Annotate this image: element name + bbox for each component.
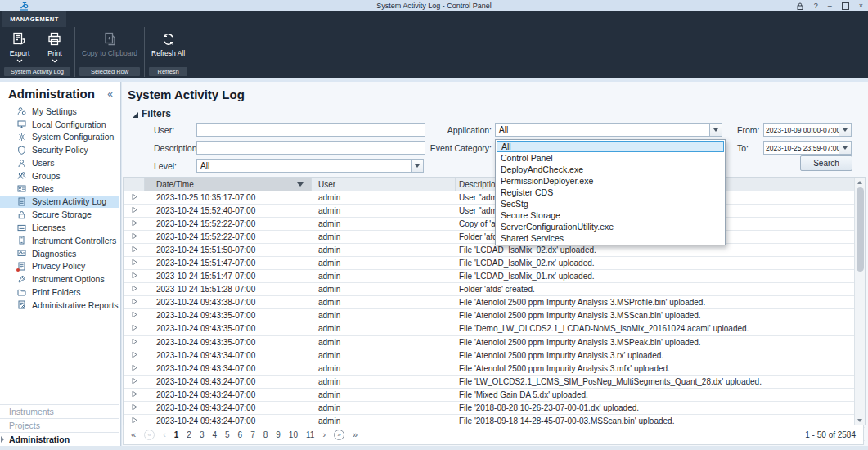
table-row[interactable]: 2023-10-24 15:51:50-07:00adminFile 'LCDA… xyxy=(124,244,865,257)
help-button[interactable]: ? xyxy=(814,0,818,11)
row-expand-icon[interactable] xyxy=(132,351,137,360)
dropdown-option-deployandcheck-exe[interactable]: DeployAndCheck.exe xyxy=(497,164,724,175)
dropdown-option-register-cds[interactable]: Register CDS xyxy=(497,187,724,198)
column-header-user[interactable]: User xyxy=(312,178,456,191)
minimize-button[interactable]: – xyxy=(828,0,832,11)
sidebar-item-users[interactable]: Users xyxy=(0,156,119,169)
row-expand-icon[interactable] xyxy=(132,219,137,228)
page-button-10[interactable]: 10 xyxy=(289,430,298,439)
table-row[interactable]: 2023-10-24 09:43:24-07:00adminFile 'LW_O… xyxy=(124,376,865,389)
sidebar-item-my-settings[interactable]: My Settings xyxy=(0,105,119,118)
row-expand-icon[interactable] xyxy=(132,206,137,215)
table-row[interactable]: 2023-10-24 15:52:40-07:00adminUser "admi… xyxy=(124,205,865,218)
page-button-7[interactable]: 7 xyxy=(250,430,255,439)
tab-management[interactable]: MANAGEMENT xyxy=(2,11,66,27)
table-row[interactable]: 2023-10-24 09:43:35-07:00adminFile 'Aten… xyxy=(124,336,865,349)
table-row[interactable]: 2023-10-24 15:51:47-07:00adminFile 'LCDA… xyxy=(124,270,865,283)
row-expand-icon[interactable] xyxy=(132,245,137,254)
table-row[interactable]: 2023-10-24 09:43:35-07:00adminFile 'Demo… xyxy=(124,322,865,335)
maximize-button[interactable] xyxy=(842,2,849,10)
table-row[interactable]: 2023-10-24 15:52:22-07:00adminCopy of 'a… xyxy=(124,218,865,231)
collapse-sidebar-icon[interactable]: « xyxy=(107,89,113,99)
scroll-down-icon[interactable] xyxy=(855,416,865,425)
next-page-set-button[interactable]: » xyxy=(334,430,344,440)
table-row[interactable]: 2023-10-24 15:51:47-07:00adminFile 'LCDA… xyxy=(124,257,865,270)
row-expand-icon[interactable] xyxy=(132,298,137,307)
sidebar-item-system-activity-log[interactable]: System Activity Log xyxy=(0,196,119,209)
previous-page-button[interactable]: ‹ xyxy=(163,430,166,439)
to-date-select[interactable]: 2023-10-25 23:59-07:00 xyxy=(763,141,852,155)
scroll-up-icon[interactable] xyxy=(855,178,865,187)
page-button-9[interactable]: 9 xyxy=(276,430,281,439)
table-row[interactable]: 2023-10-24 09:43:34-07:00adminFile 'Aten… xyxy=(124,362,865,376)
table-row[interactable]: 2023-10-25 10:35:17-07:00adminUser "admi… xyxy=(124,191,865,205)
sidebar-item-privacy-policy[interactable]: Privacy Policy xyxy=(0,260,119,273)
print-button[interactable]: Print xyxy=(39,30,70,64)
row-expand-icon[interactable] xyxy=(132,403,137,412)
dropdown-option-secstg[interactable]: SecStg xyxy=(497,198,724,209)
page-button-3[interactable]: 3 xyxy=(200,430,205,439)
row-expand-icon[interactable] xyxy=(132,364,137,373)
column-header-expand[interactable] xyxy=(124,178,145,191)
page-button-8[interactable]: 8 xyxy=(263,430,268,439)
table-row[interactable]: 2023-10-24 09:43:24-07:00adminFile 'Mixe… xyxy=(124,389,865,402)
row-expand-icon[interactable] xyxy=(132,272,137,281)
row-expand-icon[interactable] xyxy=(132,259,137,268)
sidebar-item-security-policy[interactable]: Security Policy xyxy=(0,143,119,156)
dropdown-option-shared-services[interactable]: Shared Services xyxy=(497,232,724,244)
sidebar-item-print-folders[interactable]: Print Folders xyxy=(0,286,119,299)
export-button[interactable]: Export xyxy=(4,30,35,64)
next-page-button[interactable]: › xyxy=(322,430,326,439)
page-button-1[interactable]: 1 xyxy=(174,430,179,439)
refresh-all-button[interactable]: Refresh All xyxy=(149,30,187,59)
sidebar-section-administration[interactable]: Administration xyxy=(0,432,119,446)
table-row[interactable]: 2023-10-24 09:43:38-07:00adminFile 'Aten… xyxy=(124,296,865,309)
dropdown-option-serverconfigurationutility-exe[interactable]: ServerConfigurationUtility.exe xyxy=(497,221,724,232)
copy-to-clipboard-button[interactable]: Copy to Clipboard xyxy=(79,30,140,59)
level-select[interactable]: All xyxy=(196,159,424,173)
row-expand-icon[interactable] xyxy=(132,377,137,386)
sidebar-item-licenses[interactable]: Licenses xyxy=(0,221,119,234)
first-page-button[interactable]: « xyxy=(131,430,136,439)
from-date-select[interactable]: 2023-10-09 00:00-07:00 xyxy=(763,123,852,137)
table-row[interactable]: 2023-10-24 09:43:34-07:00adminFile 'Aten… xyxy=(124,349,865,362)
sidebar-item-local-configuration[interactable]: Local Configuration xyxy=(0,118,119,131)
dropdown-option-permissiondeployer-exe[interactable]: PermissionDeployer.exe xyxy=(497,175,724,187)
dropdown-option-all[interactable]: All xyxy=(497,141,724,152)
close-button[interactable]: × xyxy=(859,0,863,11)
page-button-4[interactable]: 4 xyxy=(212,430,217,439)
user-filter-input[interactable] xyxy=(196,123,425,137)
previous-page-set-button[interactable]: « xyxy=(144,430,155,440)
sidebar-item-groups[interactable]: Groups xyxy=(0,169,119,182)
row-expand-icon[interactable] xyxy=(132,338,137,347)
table-row[interactable]: 2023-10-24 09:43:35-07:00adminFile 'Aten… xyxy=(124,309,865,322)
table-row[interactable]: 2023-10-24 15:51:28-07:00adminFolder 'af… xyxy=(124,283,865,296)
sidebar-item-secure-storage[interactable]: Secure Storage xyxy=(0,208,119,221)
search-button[interactable]: Search xyxy=(800,155,852,171)
sidebar-item-administrative-reports[interactable]: Administrative Reports xyxy=(0,299,119,312)
last-page-button[interactable]: » xyxy=(353,430,358,439)
page-button-6[interactable]: 6 xyxy=(238,430,243,439)
row-expand-icon[interactable] xyxy=(132,285,137,294)
sidebar-section-instruments[interactable]: Instruments xyxy=(0,404,119,418)
dropdown-option-control-panel[interactable]: Control Panel xyxy=(497,152,724,164)
row-expand-icon[interactable] xyxy=(132,193,137,202)
table-row[interactable]: 2023-10-24 15:52:22-07:00adminFolder 'af… xyxy=(124,231,865,244)
scrollbar-thumb[interactable] xyxy=(857,187,864,272)
column-header-datetime[interactable]: Date/Time xyxy=(145,178,312,191)
row-expand-icon[interactable] xyxy=(132,311,137,320)
chevron-down-icon[interactable] xyxy=(709,124,722,136)
row-expand-icon[interactable] xyxy=(132,324,137,333)
table-row[interactable]: 2023-10-24 09:43:24-07:00adminFile '2018… xyxy=(124,402,865,415)
sidebar-item-instrument-options[interactable]: Instrument Options xyxy=(0,272,119,286)
sidebar-item-roles[interactable]: Roles xyxy=(0,182,119,196)
description-filter-input[interactable] xyxy=(196,141,425,155)
chevron-down-icon[interactable] xyxy=(839,142,851,154)
sidebar-item-system-configuration[interactable]: System Configuration xyxy=(0,131,119,144)
dropdown-option-secure-storage[interactable]: Secure Storage xyxy=(497,209,724,221)
row-expand-icon[interactable] xyxy=(132,232,137,241)
sidebar-item-instrument-controllers[interactable]: Instrument Controllers xyxy=(0,234,119,247)
sidebar-item-diagnostics[interactable]: Diagnostics xyxy=(0,247,119,260)
page-button-11[interactable]: 11 xyxy=(306,430,314,439)
row-expand-icon[interactable] xyxy=(132,390,137,399)
